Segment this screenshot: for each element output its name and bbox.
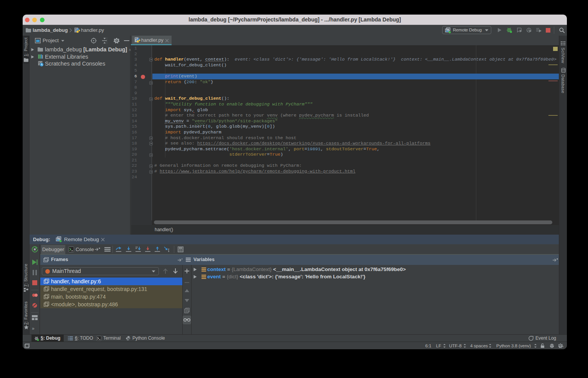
svg-text:?: ? bbox=[562, 345, 564, 348]
